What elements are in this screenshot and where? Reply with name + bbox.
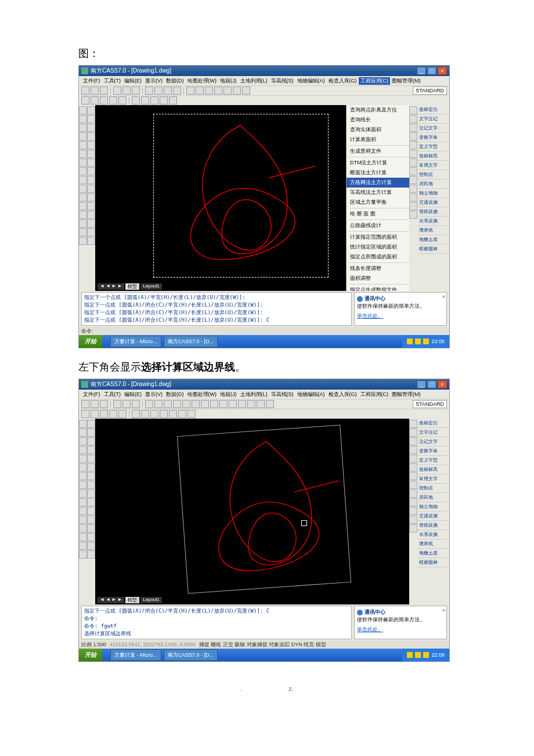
tab-model[interactable]: 模型 <box>125 283 139 290</box>
tool-icon[interactable] <box>122 87 131 95</box>
panel-item[interactable]: 注记文字 <box>417 437 449 447</box>
tool-icon[interactable] <box>113 87 121 95</box>
status-toggles[interactable]: 捕捉 栅格 正交 极轴 对象捕捉 对象追踪 DYN 线宽 模型 <box>199 641 326 649</box>
tool-icon[interactable] <box>87 542 95 550</box>
tool-icon[interactable] <box>164 400 172 408</box>
tool-icon[interactable] <box>79 141 87 149</box>
tool-icon[interactable] <box>409 420 417 428</box>
tool-icon[interactable] <box>409 150 417 158</box>
menu-entry[interactable]: DTM法土方计算▶ <box>347 158 409 168</box>
menu-item[interactable]: 地物编辑(A) <box>295 391 327 398</box>
tool-icon[interactable] <box>79 472 87 480</box>
tool-icon[interactable] <box>79 193 87 201</box>
menu-item[interactable]: 地物编辑(A) <box>295 77 327 85</box>
tool-icon[interactable] <box>132 400 140 408</box>
tray-icon[interactable] <box>423 339 429 344</box>
menu-item[interactable]: 图幅管理(M) <box>390 77 423 85</box>
tool-icon[interactable] <box>87 516 95 524</box>
tool-icon[interactable] <box>257 400 265 408</box>
tool-icon[interactable] <box>409 472 417 480</box>
tool-icon[interactable] <box>87 463 95 471</box>
menu-item[interactable]: 编辑(E) <box>122 391 143 398</box>
tool-icon[interactable] <box>79 228 87 236</box>
menu-item[interactable]: 地籍(J) <box>218 77 239 85</box>
tool-icon[interactable] <box>409 516 417 524</box>
tool-icon[interactable] <box>409 463 417 471</box>
tool-icon[interactable] <box>182 400 190 408</box>
task-item[interactable]: 方量计算 - Micro... <box>110 336 161 347</box>
tab-layout[interactable]: Layout1 <box>140 597 161 603</box>
tool-icon[interactable] <box>87 159 95 167</box>
tray-icon[interactable] <box>415 652 421 658</box>
tool-icon[interactable] <box>409 185 417 193</box>
panel-item[interactable]: 管线设施 <box>417 521 449 530</box>
menu-item[interactable]: 地籍(J) <box>218 391 239 398</box>
menu-entry[interactable]: 计算指定范围的面积 <box>347 232 409 242</box>
tool-icon[interactable] <box>409 211 417 219</box>
menu-entry[interactable]: 指定点生成数据文件 <box>347 285 409 291</box>
tool-icon[interactable] <box>409 106 417 114</box>
tool-icon[interactable] <box>219 400 228 408</box>
panel-item[interactable]: 地貌土质 <box>417 549 449 558</box>
panel-item[interactable]: 常用文字 <box>417 161 449 170</box>
menu-item[interactable]: 显示(V) <box>143 391 164 398</box>
style-combo[interactable]: STANDARD <box>413 87 447 95</box>
tool-icon[interactable] <box>132 410 140 418</box>
tool-icon[interactable] <box>79 437 87 445</box>
tool-icon[interactable] <box>87 489 95 498</box>
menu-item[interactable]: 图幅管理(M) <box>390 391 423 398</box>
panel-item[interactable]: 独立地物 <box>417 502 449 512</box>
panel-item[interactable]: 注记文字 <box>417 124 449 133</box>
tool-icon[interactable] <box>173 87 181 95</box>
tool-icon[interactable] <box>79 185 87 193</box>
notice-link[interactable]: 单击此处。 <box>357 312 444 320</box>
menu-item[interactable]: 文件(F) <box>81 77 102 85</box>
maximize-button[interactable]: □ <box>427 67 436 75</box>
menu-item[interactable]: 数据(D) <box>164 77 186 85</box>
panel-item[interactable]: 文字注记 <box>417 428 449 437</box>
menu-item[interactable]: 工程应用(C) <box>359 391 391 398</box>
tool-icon[interactable] <box>169 96 177 105</box>
tool-icon[interactable] <box>145 87 153 95</box>
tool-icon[interactable] <box>409 437 417 445</box>
tool-icon[interactable] <box>409 115 417 123</box>
panel-item[interactable]: 控制点 <box>417 484 449 493</box>
command-log[interactable]: 指定下一个点或 [圆弧(A)/半宽(H)/长度(L)/放弃(U)/宽度(W)]:… <box>81 292 352 326</box>
tool-icon[interactable] <box>79 176 87 184</box>
menu-entry[interactable]: 方格网法土方计算 <box>347 178 409 188</box>
tool-icon[interactable] <box>91 400 99 408</box>
tool-icon[interactable] <box>173 400 181 408</box>
tray-icon[interactable] <box>415 339 421 344</box>
menu-item[interactable]: 等高线(S) <box>269 77 295 85</box>
task-item[interactable]: 方量计算 - Micro... <box>110 649 161 661</box>
tool-icon[interactable] <box>154 87 163 95</box>
panel-item[interactable]: 交通设施 <box>417 512 449 521</box>
tool-icon[interactable] <box>409 202 417 210</box>
panel-item[interactable]: 水系设施 <box>417 217 449 226</box>
panel-item[interactable]: 坐标定位 <box>417 419 449 428</box>
panel-item[interactable]: 坐标标高 <box>417 465 449 474</box>
tool-icon[interactable] <box>79 481 87 489</box>
tool-icon[interactable] <box>79 124 87 132</box>
tool-icon[interactable] <box>100 96 108 105</box>
panel-item[interactable]: 境界线 <box>417 539 449 549</box>
tool-icon[interactable] <box>87 141 95 149</box>
tool-icon[interactable] <box>79 202 87 210</box>
tool-icon[interactable] <box>79 542 87 550</box>
notice-link[interactable]: 单击此处。 <box>357 626 444 633</box>
tool-icon[interactable] <box>409 446 417 454</box>
tool-icon[interactable] <box>87 550 95 559</box>
command-prompt[interactable]: 命令: <box>81 327 93 335</box>
tool-icon[interactable] <box>81 96 89 105</box>
tool-icon[interactable] <box>87 115 95 123</box>
tool-icon[interactable] <box>409 429 417 437</box>
tool-icon[interactable] <box>187 410 196 418</box>
style-combo[interactable]: STANDARD <box>413 400 447 408</box>
tool-icon[interactable] <box>79 455 87 463</box>
notice-close-button[interactable]: × <box>442 607 445 613</box>
tool-icon[interactable] <box>87 185 95 193</box>
tool-icon[interactable] <box>214 87 222 95</box>
tool-icon[interactable] <box>409 159 417 167</box>
tool-icon[interactable] <box>87 533 95 541</box>
tool-icon[interactable] <box>242 87 250 95</box>
